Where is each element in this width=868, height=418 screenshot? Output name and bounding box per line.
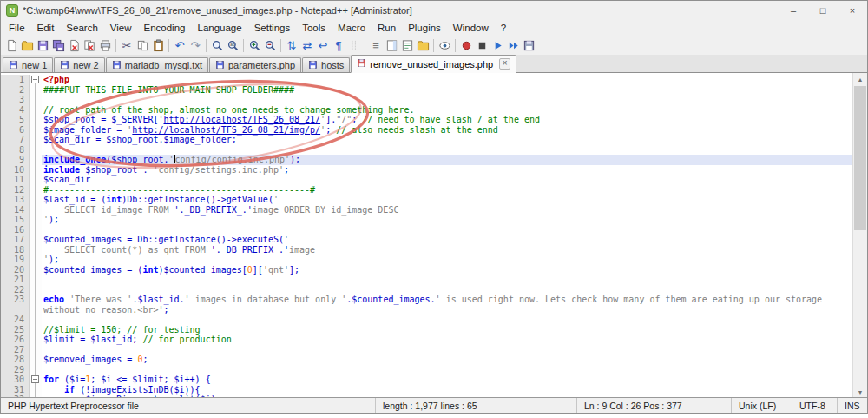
- fold-marker-icon[interactable]: [30, 75, 42, 85]
- code-line-27[interactable]: 27: [1, 345, 852, 355]
- minimize-button[interactable]: –: [779, 1, 808, 20]
- tab-new-1[interactable]: new 1: [3, 57, 53, 72]
- code-line-25[interactable]: 25//$limit = 150; // for testing: [1, 325, 852, 335]
- title-bar[interactable]: N *C:\wamp64\www\TFS_26_08_21\remove_unu…: [1, 1, 867, 20]
- code-line-23[interactable]: 23echo 'There was '.$last_id.' images in…: [1, 295, 852, 315]
- code-line-3[interactable]: 3: [1, 95, 852, 105]
- undo-icon[interactable]: ↶: [172, 37, 187, 53]
- code-line-16[interactable]: 16: [1, 225, 852, 236]
- code-line-4[interactable]: 4// root path of the shop, almost no one…: [1, 105, 852, 116]
- document-map-icon[interactable]: [384, 37, 399, 53]
- code-line-7[interactable]: 7$scan_dir = $shop_root.$image_folder;: [1, 135, 852, 145]
- user-defined-language-icon[interactable]: ≡: [368, 37, 384, 53]
- status-insert-mode[interactable]: INS: [838, 398, 867, 413]
- zoom-out-icon[interactable]: [262, 37, 278, 53]
- menu-language[interactable]: Language: [191, 21, 247, 35]
- open-folder-icon[interactable]: [19, 37, 35, 53]
- tab-mariadb-mysql-txt[interactable]: mariadb_mysql.txt: [106, 57, 208, 72]
- code-line-5[interactable]: 5$shop_root = $_SERVER['http://localhost…: [1, 115, 852, 125]
- code-line-10[interactable]: 10include $shop_root . 'config/settings.…: [1, 165, 852, 176]
- line-number: 23: [1, 295, 30, 315]
- code-line-28[interactable]: 28$removed_images = 0;: [1, 355, 852, 365]
- sync-vertical-scrolling-icon[interactable]: ⇅: [284, 37, 299, 53]
- stop-recording-icon[interactable]: [474, 37, 490, 53]
- show-all-characters-icon[interactable]: ¶: [331, 37, 346, 53]
- code-line-31[interactable]: 31 if (!imageExistsInDB($i)){: [1, 385, 852, 395]
- menu-settings[interactable]: Settings: [248, 21, 297, 35]
- close-button[interactable]: ×: [838, 1, 867, 20]
- menu-file[interactable]: File: [3, 21, 31, 35]
- code-line-17[interactable]: 17$counted_images = Db::getInstance()->e…: [1, 235, 852, 245]
- close-all-icon[interactable]: [82, 37, 97, 53]
- code-line-26[interactable]: 26$limit = $last_id; // for production: [1, 335, 852, 345]
- code-line-30[interactable]: 30for ($i=1; $i <= $limit; $i++) {: [1, 375, 852, 385]
- code-line-1[interactable]: 1<?php: [1, 75, 852, 85]
- print-icon[interactable]: [97, 37, 113, 53]
- menu-tools[interactable]: Tools: [296, 21, 332, 35]
- code-line-14[interactable]: 14 SELECT id_image FROM '._DB_PREFIX_.'i…: [1, 205, 852, 216]
- function-list-icon[interactable]: [399, 37, 415, 53]
- zoom-in-icon[interactable]: [247, 37, 262, 53]
- code-line-21[interactable]: 21: [1, 275, 852, 285]
- status-encoding[interactable]: UTF-8: [792, 398, 838, 413]
- fold-margin: [30, 265, 42, 275]
- tab-new-2[interactable]: new 2: [54, 57, 104, 72]
- redo-icon[interactable]: ↷: [187, 37, 203, 53]
- menu-run[interactable]: Run: [372, 21, 402, 35]
- code-line-29[interactable]: 29: [1, 365, 852, 375]
- cut-icon[interactable]: ✂: [119, 37, 135, 53]
- fold-collapse-box-icon[interactable]: [31, 76, 39, 83]
- paste-icon[interactable]: [150, 37, 166, 53]
- vertical-scrollbar[interactable]: ▲ ▼: [852, 73, 867, 399]
- fold-collapse-box-icon[interactable]: [31, 375, 39, 383]
- playback-macro-icon[interactable]: [490, 37, 505, 53]
- fold-marker-icon[interactable]: [30, 375, 42, 385]
- code-line-15[interactable]: 15');: [1, 215, 852, 225]
- run-macro-multiple-times-icon[interactable]: [505, 37, 521, 53]
- scrollbar-thumb[interactable]: [854, 86, 866, 230]
- status-eol-format[interactable]: Unix (LF): [732, 398, 792, 413]
- code-line-2[interactable]: 2####PUT THIS FILE INTO YOUR MAIN SHOP F…: [1, 85, 852, 96]
- tab-close-icon[interactable]: ×: [499, 58, 510, 70]
- maximize-button[interactable]: □: [808, 1, 838, 20]
- code-line-19[interactable]: 19');: [1, 255, 852, 265]
- code-line-9[interactable]: 9include_once($shop_root.'config/config.…: [1, 155, 852, 165]
- code-line-22[interactable]: 22: [1, 285, 852, 295]
- menu-plugins[interactable]: Plugins: [402, 21, 447, 35]
- new-file-icon[interactable]: [3, 37, 19, 53]
- code-line-13[interactable]: 13$last_id = (int)Db::getInstance()->get…: [1, 195, 852, 205]
- word-wrap-icon[interactable]: ↩: [315, 37, 331, 53]
- save-file-icon[interactable]: [35, 37, 50, 53]
- code-line-8[interactable]: 8: [1, 145, 852, 156]
- save-recorded-macro-icon[interactable]: [521, 37, 536, 53]
- code-editor[interactable]: 1<?php2####PUT THIS FILE INTO YOUR MAIN …: [1, 73, 867, 399]
- code-line-11[interactable]: 11$scan_dir: [1, 175, 852, 185]
- replace-icon[interactable]: ab: [225, 37, 240, 53]
- find-icon[interactable]: [209, 37, 225, 53]
- indent-guide-icon[interactable]: [346, 37, 362, 53]
- code-line-12[interactable]: 12#-------------------------------------…: [1, 185, 852, 196]
- menu-macro[interactable]: Macro: [332, 21, 372, 35]
- code-line-6[interactable]: 6$image_folder = 'http://localhost/TFS_2…: [1, 125, 852, 136]
- tab-hosts[interactable]: hosts: [302, 57, 350, 72]
- copy-icon[interactable]: [135, 37, 150, 53]
- menu-window[interactable]: Window: [447, 21, 495, 35]
- code-line-18[interactable]: 18 SELECT count(*) as qnt FROM '._DB_PRE…: [1, 245, 852, 255]
- fold-margin: [30, 195, 42, 205]
- code-line-20[interactable]: 20$counted_images = (int)$counted_images…: [1, 265, 852, 275]
- menu-search[interactable]: Search: [60, 21, 103, 35]
- record-macro-icon[interactable]: [458, 37, 474, 53]
- save-all-icon[interactable]: [50, 37, 66, 53]
- sync-horizontal-scrolling-icon[interactable]: ⇄: [299, 37, 315, 53]
- tab-remove-unused-images-php[interactable]: remove_unused_images.php×: [351, 55, 516, 73]
- close-file-icon[interactable]: [66, 37, 82, 53]
- menu-help[interactable]: ?: [495, 21, 512, 35]
- folder-as-workspace-icon[interactable]: [415, 37, 431, 53]
- code-line-24[interactable]: 24: [1, 315, 852, 325]
- menu-encoding[interactable]: Encoding: [138, 21, 192, 35]
- scroll-up-arrow-icon[interactable]: ▲: [853, 73, 867, 86]
- monitoring-icon[interactable]: [437, 37, 452, 53]
- menu-view[interactable]: View: [104, 21, 138, 35]
- tab-parameters-php[interactable]: parameters.php: [209, 57, 301, 72]
- menu-edit[interactable]: Edit: [31, 21, 61, 35]
